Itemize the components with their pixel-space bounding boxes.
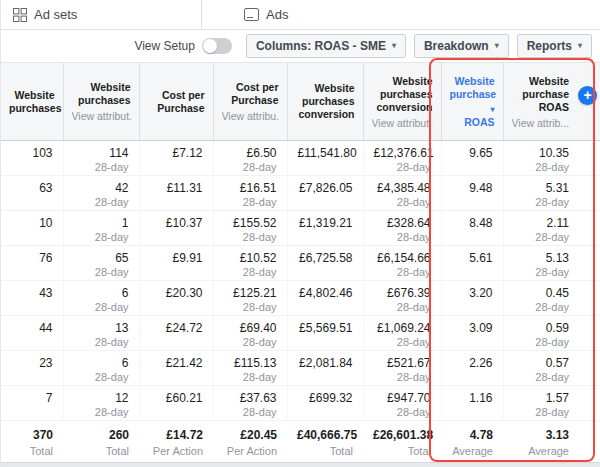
view-setup-toggle[interactable] (202, 38, 232, 54)
metric-cell: 8.48 (441, 211, 503, 246)
metric-cell: £5,569.51 (287, 316, 363, 351)
metric-cell: £947.7028-day (363, 386, 441, 421)
attribution-window-label: 28-day (514, 406, 570, 419)
ads-card-icon (244, 8, 259, 21)
attribution-window-label: 28-day (514, 196, 570, 209)
column-header[interactable]: Website purchases conversionView attribu… (363, 63, 441, 141)
metric-cell: £125.2128-day (213, 281, 287, 316)
metric-cell: £6.5028-day (213, 141, 287, 176)
metric-cell: £4,385.4828-day (363, 176, 441, 211)
header-row: Website purchasesWebsite purchasesView a… (1, 63, 600, 141)
attribution-window-label: 28-day (224, 406, 277, 419)
attribution-window-label: 28-day (514, 231, 570, 244)
attribution-window-label: 28-day (374, 266, 431, 279)
attribution-window-label: 28-day (514, 301, 570, 314)
reports-dropdown-label: Reports (527, 39, 572, 53)
summary-type-label: Per Action (223, 445, 277, 458)
attribution-window-link[interactable]: View attribu... (222, 110, 279, 122)
metric-cell: 628-day (63, 351, 139, 386)
columns-dropdown[interactable]: Columns: ROAS - SME ▾ (246, 34, 406, 58)
attribution-window-label: 28-day (224, 231, 277, 244)
metric-cell: 628-day (63, 281, 139, 316)
attribution-window-label: 28-day (224, 371, 277, 384)
chevron-down-icon: ▾ (495, 42, 499, 50)
metric-cell: 10 (1, 211, 63, 246)
ad-set-row[interactable]: 71228-day£60.21£37.6328-day£699.32£947.7… (1, 386, 600, 421)
add-column-button[interactable]: + (578, 86, 597, 105)
attribution-window-label: 28-day (224, 336, 277, 349)
horizontal-scrollbar[interactable] (1, 462, 600, 467)
summary-type-label: Total (373, 445, 431, 458)
attribution-window-label: 28-day (374, 301, 431, 314)
breakdown-dropdown[interactable]: Breakdown ▾ (414, 34, 509, 58)
level-tabbar: Ad sets Ads (1, 0, 600, 30)
metric-cell: £37.6328-day (213, 386, 287, 421)
footer-row: 370Total260Total£14.72Per Action£20.45Pe… (1, 421, 600, 463)
ad-set-row[interactable]: 634228-day£11.31£16.5128-day£7,826.05£4,… (1, 176, 600, 211)
attribution-window-label: 28-day (514, 336, 570, 349)
column-header[interactable]: Cost per PurchaseView attribu... (213, 63, 287, 141)
attribution-window-label: 28-day (74, 406, 129, 419)
ad-set-row[interactable]: 441328-day£24.72£69.4028-day£5,569.51£1,… (1, 316, 600, 351)
metric-cell: £1,319.21 (287, 211, 363, 246)
metric-cell: £2,081.84 (287, 351, 363, 386)
attribution-window-label: 28-day (514, 266, 570, 279)
column-title: Website purchase ▾ (450, 75, 495, 116)
attribution-window-label: 28-day (74, 371, 129, 384)
metric-cell: 3.20 (441, 281, 503, 316)
column-header[interactable]: Website purchases conversion (287, 63, 363, 141)
summary-cell: £14.72Per Action (139, 421, 213, 463)
column-header[interactable]: Cost per Purchase (139, 63, 213, 141)
metric-cell: £60.21 (139, 386, 213, 421)
column-title: Website purchase ROAS (512, 75, 570, 114)
reports-dropdown[interactable]: Reports ▾ (517, 34, 592, 58)
metric-cell: £7.12 (139, 141, 213, 176)
metric-cell: £115.1328-day (213, 351, 287, 386)
attribution-window-label: 28-day (74, 161, 129, 174)
column-title: Website purchases (9, 89, 55, 115)
toggle-knob (203, 39, 217, 53)
ad-set-row[interactable]: 43628-day£20.30£125.2128-day£4,802.46£67… (1, 281, 600, 316)
metric-cell: 103 (1, 141, 63, 176)
attribution-window-label: 28-day (374, 231, 431, 244)
view-setup-label: View Setup (134, 39, 195, 53)
columns-dropdown-label: Columns: ROAS - SME (256, 39, 386, 53)
ad-set-row[interactable]: 10311428-day£7.12£6.5028-day£11,541.80£1… (1, 141, 600, 176)
summary-cell: £40,666.75Total (287, 421, 363, 463)
metric-cell: 128-day (63, 211, 139, 246)
ad-set-row[interactable]: 23628-day£21.42£115.1328-day£2,081.84£52… (1, 351, 600, 386)
metric-cell: £16.5128-day (213, 176, 287, 211)
metric-cell: 5.1328-day (503, 246, 600, 281)
metric-cell: £676.3928-day (363, 281, 441, 316)
column-header[interactable]: Website purchasesView attribut... (63, 63, 139, 141)
ads-manager: Ad sets Ads View Setup Columns: ROAS - S… (0, 0, 600, 467)
summary-cell: 370Total (1, 421, 63, 463)
metric-cell: 11428-day (63, 141, 139, 176)
attribution-window-label: 28-day (74, 336, 129, 349)
metric-cell: £24.72 (139, 316, 213, 351)
metric-cell: 7 (1, 386, 63, 421)
ad-set-row[interactable]: 10128-day£10.37£155.5228-day£1,319.21£32… (1, 211, 600, 246)
breakdown-dropdown-label: Breakdown (424, 39, 489, 53)
tab-divider (201, 0, 202, 30)
metric-cell: £11.31 (139, 176, 213, 211)
tab-ads[interactable]: Ads (232, 0, 300, 29)
column-header[interactable]: Website purchase ▾ROAS (441, 63, 503, 141)
attribution-window-label: 28-day (224, 196, 277, 209)
summary-type-label: Total (11, 445, 53, 458)
attribution-window-label: 28-day (374, 406, 431, 419)
ad-set-row[interactable]: 766528-day£9.91£10.5228-day£6,725.58£6,1… (1, 246, 600, 281)
attribution-window-link[interactable]: View attribut... (72, 110, 131, 122)
attribution-window-link[interactable]: View attrib... (512, 117, 570, 129)
column-title: Website purchases (72, 81, 131, 107)
summary-cell: £20.45Per Action (213, 421, 287, 463)
column-header[interactable]: Website purchases (1, 63, 63, 141)
column-title: Cost per Purchase (222, 81, 279, 107)
attribution-window-label: 28-day (374, 196, 431, 209)
metric-cell: £6,154.6628-day (363, 246, 441, 281)
metric-cell: £6,725.58 (287, 246, 363, 281)
tab-ad-sets[interactable]: Ad sets (1, 0, 201, 29)
chevron-down-icon: ▾ (578, 42, 582, 50)
toolbar: View Setup Columns: ROAS - SME ▾ Breakdo… (1, 30, 600, 62)
attribution-window-link[interactable]: View attribut... (372, 117, 433, 129)
